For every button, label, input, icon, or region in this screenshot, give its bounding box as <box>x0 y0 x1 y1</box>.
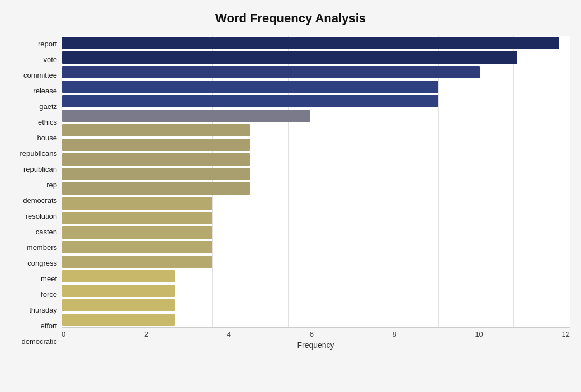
bar <box>62 81 438 93</box>
x-tick: 6 <box>310 330 314 338</box>
bar-row <box>62 269 570 284</box>
bar <box>62 95 438 107</box>
bar-row <box>62 94 570 108</box>
y-label: congress <box>27 259 57 267</box>
bar <box>62 299 175 311</box>
bar <box>62 285 175 297</box>
bar <box>62 270 175 282</box>
y-label: committee <box>23 72 57 79</box>
y-label: democrats <box>23 197 57 204</box>
bar <box>62 197 212 210</box>
y-label: casten <box>36 228 57 235</box>
bar <box>62 182 250 195</box>
y-label: members <box>27 244 57 251</box>
y-label: democratic <box>21 338 57 345</box>
bar <box>62 110 310 122</box>
bar-row <box>62 79 570 94</box>
bar-row <box>62 298 570 313</box>
bar <box>62 256 212 268</box>
y-label: report <box>38 40 57 48</box>
bar <box>62 124 250 136</box>
y-label: vote <box>43 56 57 63</box>
y-label: republican <box>23 166 57 173</box>
x-tick: 8 <box>393 330 396 338</box>
bar <box>62 168 250 180</box>
bar-row <box>62 313 570 327</box>
y-label: ethics <box>38 119 57 126</box>
bar-row <box>62 254 570 269</box>
x-tick: 10 <box>475 330 483 338</box>
bar <box>62 226 212 239</box>
y-label: meet <box>41 275 57 282</box>
bar <box>62 51 517 64</box>
bar <box>62 153 250 166</box>
bar-row <box>62 108 570 123</box>
bar <box>62 66 480 78</box>
bar-row <box>62 240 570 254</box>
chart-area: reportvotecommitteereleasegaetzethicshou… <box>11 36 570 350</box>
bar <box>62 314 175 326</box>
y-label: republicans <box>20 150 58 157</box>
y-label: rep <box>46 181 57 188</box>
x-axis-label: Frequency <box>62 341 570 350</box>
x-axis: 024681012 <box>62 328 570 338</box>
bar <box>62 139 250 151</box>
y-label: release <box>33 87 57 95</box>
bar-row <box>62 211 570 225</box>
y-label: thursday <box>29 306 57 314</box>
chart-title: Word Frequency Analysis <box>11 11 570 26</box>
bar <box>62 241 212 253</box>
bar-row <box>62 123 570 138</box>
bars-container <box>62 36 570 328</box>
bar-row <box>62 36 570 50</box>
y-label: force <box>41 291 57 298</box>
bar-row <box>62 196 570 211</box>
bar-row <box>62 181 570 196</box>
bar-row <box>62 65 570 79</box>
y-label: effort <box>41 322 57 329</box>
bar-row <box>62 225 570 240</box>
bar-row <box>62 50 570 65</box>
x-tick: 0 <box>62 330 65 338</box>
x-tick: 4 <box>227 330 231 338</box>
y-label: resolution <box>26 212 57 220</box>
bar-row <box>62 167 570 181</box>
x-tick: 2 <box>144 330 148 338</box>
chart-container: Word Frequency Analysis reportvotecommit… <box>0 0 581 392</box>
bar-row <box>62 152 570 167</box>
x-tick: 12 <box>561 330 569 338</box>
y-label: gaetz <box>39 103 57 110</box>
y-axis: reportvotecommitteereleasegaetzethicshou… <box>11 36 62 350</box>
bar-row <box>62 138 570 152</box>
bar-row <box>62 284 570 298</box>
bar <box>62 37 559 49</box>
y-label: house <box>37 134 57 141</box>
bar <box>62 212 212 224</box>
